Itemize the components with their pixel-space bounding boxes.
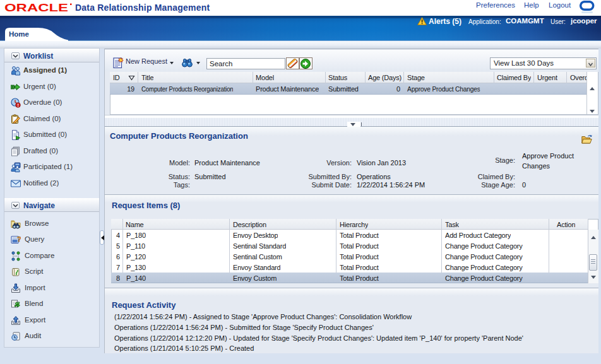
svg-text:ORACLE: ORACLE [4, 2, 68, 13]
svg-text:?: ? [17, 235, 21, 243]
